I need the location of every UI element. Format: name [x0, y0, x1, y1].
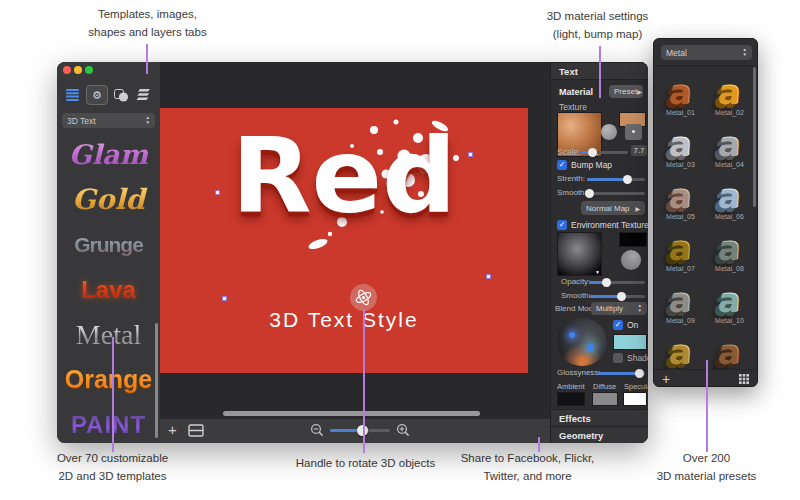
layers-icon[interactable] — [134, 86, 154, 104]
selection-handle[interactable] — [468, 152, 473, 157]
add-preset-button[interactable]: + — [662, 371, 670, 387]
ambient-color-swatch[interactable] — [557, 392, 585, 406]
template-item-lava[interactable]: Lava — [57, 267, 160, 312]
preset-item-Metal_06[interactable]: aMetal_06 — [705, 170, 754, 222]
environment-color-swatch[interactable] — [619, 232, 647, 247]
preset-category-dropdown[interactable]: Metal ▲▼ — [661, 45, 752, 60]
grid-view-icon[interactable] — [739, 374, 749, 384]
canvas-area[interactable]: Red 3D Text Style — [160, 62, 550, 418]
chevron-down-icon: ▼ — [595, 269, 600, 275]
images-gear-icon[interactable]: ⚙ — [86, 85, 108, 105]
opacity-slider[interactable] — [589, 281, 645, 284]
environment-sphere-button[interactable] — [621, 250, 641, 270]
annotation-text: 3D material presets — [624, 468, 789, 486]
preset-letter: a — [668, 285, 692, 316]
orbit-icon — [354, 288, 373, 307]
glossyness-slider[interactable] — [597, 372, 645, 375]
presets-scrollbar[interactable] — [753, 67, 756, 207]
environment-thumbnail[interactable]: ▼ — [557, 232, 602, 276]
sidebar-scrollbar[interactable] — [155, 323, 158, 438]
selection-handle[interactable] — [486, 274, 491, 279]
templates-list-icon[interactable] — [63, 86, 83, 104]
artboard[interactable]: Red 3D Text Style — [160, 108, 528, 373]
light-on-checkbox[interactable]: ✓ — [613, 320, 623, 330]
environment-texture-checkbox[interactable]: ✓ — [557, 220, 567, 230]
material-preset-button[interactable]: Preset▶ — [609, 85, 643, 98]
strength-slider[interactable] — [587, 178, 645, 181]
preset-item-Metal_01[interactable]: aMetal_01 — [656, 66, 705, 118]
preset-letter: a — [717, 129, 741, 160]
preset-item-Metal_05[interactable]: aMetal_05 — [656, 170, 705, 222]
blend-mode-dropdown[interactable]: Multiply ▲▼ — [591, 302, 647, 315]
canvas-size-icon[interactable] — [188, 424, 204, 437]
zoom-controls — [310, 423, 410, 437]
template-type-dropdown[interactable]: 3D Text ▲▼ — [62, 113, 155, 128]
sidebar: ⚙ 3D Text ▲▼ GlamGoldGrungeLavaMetalOran… — [57, 80, 160, 443]
preset-item-Metal_04[interactable]: aMetal_04 — [705, 118, 754, 170]
diffuse-color-swatch[interactable] — [592, 392, 618, 406]
zoom-slider[interactable] — [330, 429, 390, 432]
annotation-bottom-share: Share to Facebook, Flickr, Twitter, and … — [430, 450, 625, 486]
specular-color-swatch[interactable] — [623, 392, 647, 406]
effects-section-header[interactable]: Effects — [551, 409, 648, 427]
material-section-label: Material — [559, 87, 593, 97]
scale-label: Scale: — [557, 147, 581, 157]
preset-item-Metal_09[interactable]: aMetal_09 — [656, 274, 705, 326]
scale-value-field[interactable]: 7.7 — [631, 145, 647, 156]
template-item-orange[interactable]: Orange — [57, 357, 160, 402]
geometry-section-header[interactable]: Geometry — [551, 426, 648, 443]
selection-handle[interactable] — [222, 296, 227, 301]
callout-line — [146, 44, 148, 74]
play-icon: ▶ — [637, 88, 642, 95]
shadow-checkbox[interactable] — [613, 353, 623, 363]
preset-item-Metal_02[interactable]: aMetal_02 — [705, 66, 754, 118]
normal-map-dropdown[interactable]: Normal Map▶ — [581, 201, 645, 215]
template-item-paint[interactable]: PAINT — [57, 402, 160, 443]
preset-item-partial-11[interactable]: a — [705, 326, 754, 370]
zoom-window-button[interactable] — [85, 66, 93, 74]
material-presets-panel: Metal ▲▼ aMetal_01aMetal_02aMetal_03aMet… — [653, 38, 758, 387]
close-window-button[interactable] — [63, 66, 71, 74]
add-object-button[interactable]: + — [168, 421, 177, 438]
env-smooth-label: Smooth: — [561, 291, 591, 300]
zoom-in-icon[interactable] — [396, 423, 410, 437]
selection-handle[interactable] — [215, 190, 220, 195]
scale-slider[interactable] — [580, 151, 628, 154]
template-type-value: 3D Text — [67, 116, 96, 126]
horizontal-scrollbar[interactable] — [223, 411, 480, 416]
preset-item-Metal_10[interactable]: aMetal_10 — [705, 274, 754, 326]
shadow-label: Shadow — [627, 353, 648, 363]
zoom-out-icon[interactable] — [310, 423, 324, 437]
bump-map-checkbox[interactable]: ✓ — [557, 160, 567, 170]
shapes-icon[interactable] — [111, 86, 131, 104]
rotate-3d-handle[interactable] — [350, 284, 377, 311]
box-mapping-button[interactable] — [625, 124, 642, 140]
annotation-bottom-right: Over 200 3D material presets — [624, 450, 789, 486]
preset-item-Metal_08[interactable]: aMetal_08 — [705, 222, 754, 274]
callout-line — [706, 360, 708, 452]
template-item-grunge[interactable]: Grunge — [57, 222, 160, 267]
env-smooth-slider[interactable] — [589, 295, 645, 298]
canvas-subtitle-text[interactable]: 3D Text Style — [269, 308, 418, 332]
annotation-text: 3D material settings — [490, 8, 705, 26]
light-color-swatch[interactable] — [613, 334, 647, 350]
bump-smooth-label: Smooth: — [557, 188, 587, 197]
preset-letter: a — [668, 233, 692, 264]
stepper-arrows-icon: ▲▼ — [638, 304, 642, 313]
preset-letter: a — [717, 233, 741, 264]
template-item-gold[interactable]: Gold — [57, 177, 160, 222]
bump-smooth-slider[interactable] — [587, 192, 645, 195]
canvas-headline-text[interactable]: Red — [231, 122, 456, 231]
preset-item-Metal_07[interactable]: aMetal_07 — [656, 222, 705, 274]
screenshot-root: { "annotations": { "line_color": "#b57ce… — [0, 0, 800, 500]
minimize-window-button[interactable] — [74, 66, 82, 74]
light-position-sphere[interactable] — [557, 318, 607, 366]
preset-item-Metal_03[interactable]: aMetal_03 — [656, 118, 705, 170]
play-icon: ▶ — [635, 205, 640, 212]
light-on-label: On — [627, 320, 638, 330]
template-item-metal[interactable]: Metal — [57, 312, 160, 357]
template-item-glam[interactable]: Glam — [57, 132, 160, 177]
preset-item-partial-10[interactable]: a — [656, 326, 705, 370]
sphere-mapping-button[interactable] — [601, 124, 617, 140]
opacity-label: Opacity: — [561, 277, 590, 286]
